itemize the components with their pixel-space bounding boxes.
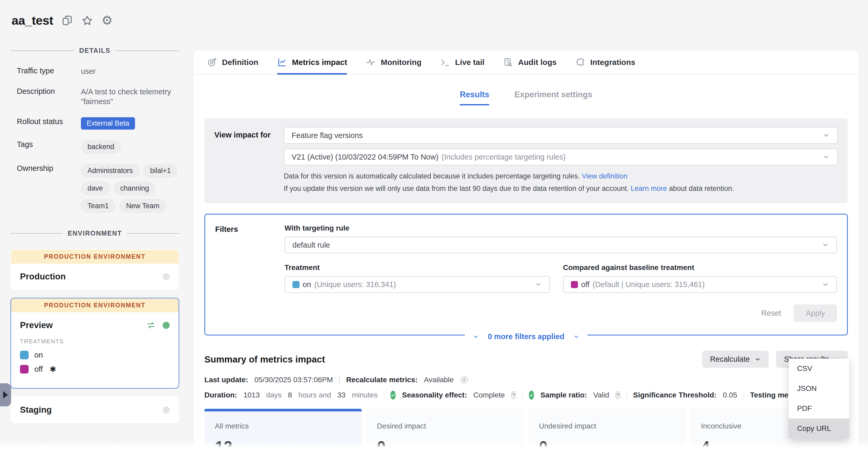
impact-type-select[interactable]: Feature flag versions	[284, 127, 838, 144]
treatment-select-detail: (Unique users: 316,341)	[314, 280, 396, 289]
owner-pill[interactable]: Administrators	[81, 164, 140, 177]
env-name-preview: Preview	[20, 320, 53, 330]
baseline-column: Compared against baseline treatment off …	[563, 263, 837, 293]
help-icon[interactable]: ?	[511, 391, 516, 399]
help-icon[interactable]: ?	[616, 391, 620, 399]
targeting-rule-label: With targeting rule	[284, 224, 837, 232]
learn-more-link[interactable]: Learn more	[631, 184, 667, 192]
menu-item-copy-url[interactable]: Copy URL	[789, 419, 849, 439]
divider	[384, 390, 384, 400]
recalculate-metrics-label: Recalculate metrics:	[346, 376, 417, 384]
version-select[interactable]: V21 (Active) (10/03/2022 04:59PM To Now)…	[284, 149, 838, 166]
tab-metrics-impact[interactable]: Metrics impact	[277, 51, 347, 74]
sidebar-collapse-handle[interactable]	[0, 383, 11, 407]
filters-actions: Reset Apply	[284, 304, 837, 322]
metric-card-desired-impact[interactable]: Desired impact 0	[367, 409, 524, 449]
main-panel: Definition Metrics impact Monitoring Liv…	[194, 51, 859, 449]
owner-pill[interactable]: bilal+1	[144, 164, 178, 177]
menu-item-pdf[interactable]: PDF	[789, 398, 849, 419]
duration-label: Duration:	[205, 391, 237, 399]
pulse-icon	[366, 58, 375, 67]
description-value: A/A test to check telemetry "fairness"	[81, 87, 179, 107]
subtab-experiment-settings[interactable]: Experiment settings	[515, 90, 592, 106]
env-card-staging[interactable]: Staging	[10, 396, 179, 423]
owner-pill[interactable]: New Team	[120, 199, 166, 213]
menu-item-csv[interactable]: CSV	[789, 359, 849, 379]
swap-arrows-icon	[146, 321, 156, 330]
production-environment-banner: PRODUCTION ENVIRONMENT	[11, 298, 179, 312]
view-impact-body: Feature flag versions V21 (Active) (10/0…	[284, 127, 838, 193]
info-icon[interactable]: i	[460, 376, 468, 384]
duration-hours: 8	[288, 391, 292, 399]
tab-content: Results Experiment settings View impact …	[194, 90, 859, 449]
tab-live-tail[interactable]: Live tail	[440, 51, 485, 74]
metric-card-undesired-impact[interactable]: Undesired impact 0	[529, 409, 686, 449]
env-name-production: Production	[20, 272, 66, 281]
chevron-down-icon	[823, 132, 830, 139]
view-impact-label: View impact for	[214, 127, 274, 193]
copy-name-icon[interactable]	[61, 14, 73, 27]
environment-section-header: ENVIRONMENT	[10, 230, 179, 237]
divider	[115, 51, 179, 51]
treatment-column: Treatment on (Unique users: 316,341)	[284, 263, 550, 293]
metric-card-all-metrics[interactable]: All metrics 12	[205, 409, 362, 449]
recalculate-button[interactable]: Recalculate	[702, 351, 769, 368]
settings-gear-icon[interactable]: ⚙	[101, 14, 113, 27]
traffic-type-value: user	[81, 66, 179, 77]
env-row-staging: Staging	[11, 397, 179, 423]
tab-bar: Definition Metrics impact Monitoring Liv…	[194, 51, 859, 74]
env-status-dot-active	[163, 322, 170, 329]
env-card-preview[interactable]: PRODUCTION ENVIRONMENT Preview TREATMENT…	[10, 298, 179, 389]
divider	[10, 233, 63, 234]
env-row-preview: Preview	[11, 312, 179, 338]
baseline-select-detail: (Default | Unique users: 315,461)	[593, 280, 705, 289]
owner-pill[interactable]: Team1	[81, 199, 115, 213]
divider	[522, 390, 523, 400]
reset-button[interactable]: Reset	[761, 309, 781, 318]
sample-ratio-label: Sample ratio:	[540, 391, 587, 399]
default-treatment-asterisk-icon: ✱	[50, 365, 56, 374]
tab-integrations[interactable]: Integrations	[576, 51, 636, 74]
apply-button[interactable]: Apply	[794, 304, 837, 322]
version-info-line-2: If you update this version we will only …	[284, 184, 838, 193]
chevron-down-icon	[573, 334, 580, 340]
tab-monitoring[interactable]: Monitoring	[366, 51, 422, 74]
view-definition-link[interactable]: View definition	[582, 172, 628, 180]
ownership-label: Ownership	[17, 164, 78, 173]
env-preview-indicators	[146, 321, 170, 330]
targeting-rule-select[interactable]: default rule	[284, 237, 837, 253]
env-card-production[interactable]: PRODUCTION ENVIRONMENT Production	[10, 249, 179, 290]
subtab-results[interactable]: Results	[460, 90, 489, 106]
star-favorite-icon[interactable]	[81, 14, 93, 27]
chevron-down-icon	[535, 281, 542, 288]
rollout-status-badge[interactable]: External Beta	[81, 117, 135, 129]
tab-definition[interactable]: Definition	[207, 51, 258, 74]
owner-pill[interactable]: dave	[81, 182, 110, 195]
terminal-icon	[440, 58, 450, 67]
owner-pill[interactable]: channing	[114, 182, 156, 195]
details-section-header: DETAILS	[10, 47, 179, 54]
menu-item-json[interactable]: JSON	[789, 379, 849, 398]
treatment-row-on: on	[20, 351, 170, 359]
share-results-menu: CSV JSON PDF Copy URL	[789, 359, 849, 439]
treatment-off-swatch	[20, 365, 29, 373]
metric-summary-cards: All metrics 12 Desired impact 0 Undesire…	[205, 409, 848, 449]
results-subtabs: Results Experiment settings	[205, 90, 848, 106]
baseline-select[interactable]: off (Default | Unique users: 315,461)	[563, 276, 837, 293]
status-line-1: Last update: 05/30/2025 03:57:06PM Recal…	[205, 375, 848, 385]
baseline-select-value: off	[581, 280, 590, 289]
details-heading: DETAILS	[79, 47, 110, 54]
chevron-down-icon	[754, 356, 761, 362]
tag-pill[interactable]: backend	[81, 140, 121, 153]
check-circle-icon	[529, 391, 534, 399]
more-filters-toggle[interactable]: 0 more filters applied	[465, 332, 588, 341]
treatments-block: TREATMENTS on off ✱	[11, 338, 179, 388]
summary-header: Summary of metrics impact Recalculate Sh…	[205, 351, 848, 368]
tab-audit-logs[interactable]: Audit logs	[503, 51, 557, 74]
treatment-row-off: off ✱	[20, 365, 170, 374]
divider	[743, 390, 744, 400]
significance-label: Significance Threshold:	[633, 391, 716, 399]
status-line-2: Duration: 1013 days 8 hours and 33 minut…	[205, 390, 848, 400]
treatment-select[interactable]: on (Unique users: 316,341)	[284, 276, 550, 293]
chart-icon	[277, 58, 287, 67]
